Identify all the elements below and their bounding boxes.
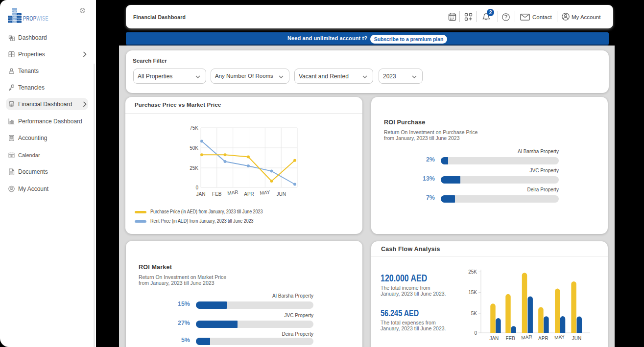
svg-text:JAN: JAN (196, 191, 206, 197)
svg-text:APR: APR (538, 336, 549, 341)
svg-text:MAY: MAY (554, 334, 565, 340)
svg-text:0: 0 (474, 330, 477, 336)
svg-text:APR: APR (244, 191, 254, 197)
svg-text:0: 0 (195, 185, 198, 190)
svg-text:FEB: FEB (212, 191, 222, 197)
svg-text:75K: 75K (190, 125, 198, 131)
svg-text:15K: 15K (468, 290, 477, 295)
svg-text:25K: 25K (468, 269, 477, 275)
svg-text:50K: 50K (190, 145, 198, 151)
svg-text:MAR: MAR (521, 334, 532, 340)
svg-text:FEB: FEB (505, 336, 515, 341)
svg-text:MAR: MAR (227, 189, 239, 196)
svg-text:5K: 5K (471, 311, 477, 316)
svg-text:JUN: JUN (572, 336, 581, 341)
svg-text:JAN: JAN (489, 336, 499, 341)
svg-text:JUN: JUN (276, 191, 286, 197)
svg-text:MAY: MAY (260, 189, 270, 196)
svg-text:25K: 25K (190, 165, 198, 171)
